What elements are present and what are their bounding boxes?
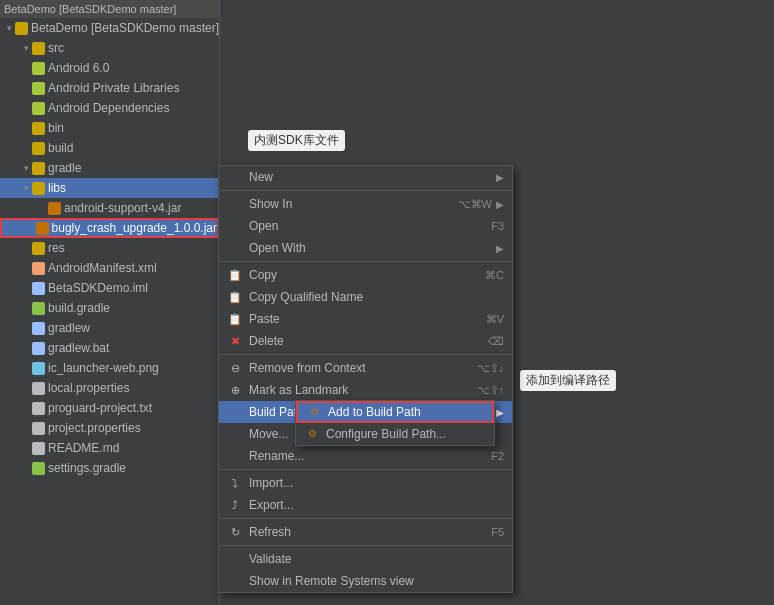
menu-icon-showin [227,196,243,212]
menu-label-paste: Paste [249,312,476,326]
menu-label-open: Open [249,219,481,233]
menu-item-openwith[interactable]: Open With▶ [219,237,512,259]
menu-item-validate[interactable]: Validate [219,548,512,570]
menu-item-showinremote[interactable]: Show in Remote Systems view [219,570,512,592]
menu-icon-copyqualified: 📋 [227,289,243,305]
tree-item-gradlew[interactable]: gradlew [0,318,219,338]
menu-icon-export: ⤴ [227,497,243,513]
menu-shortcut-removefromcontext: ⌥⇧↓ [477,362,505,375]
tree-item-betademo[interactable]: ▾BetaDemo [BetaSDKDemo master] [0,18,219,38]
tree-item-build[interactable]: build [0,138,219,158]
menu-icon-openwith [227,240,243,256]
tree-label-localprops: local.properties [48,381,129,395]
tree-icon-betademo [15,22,28,35]
menu-icon-validate [227,551,243,567]
tree-icon-bin [32,122,45,135]
menu-label-openwith: Open With [249,241,492,255]
menu-item-copy[interactable]: 📋Copy⌘C [219,264,512,286]
tree-icon-res [32,242,45,255]
menu-icon-paste: 📋 [227,311,243,327]
tree-icon-gradle [32,162,45,175]
menu-item-refresh[interactable]: ↻RefreshF5 [219,521,512,543]
tree-item-projectprops[interactable]: project.properties [0,418,219,438]
menu-arrow-openwith: ▶ [496,243,504,254]
tree-item-gradle[interactable]: ▾gradle [0,158,219,178]
tree-label-projectprops: project.properties [48,421,141,435]
menu-separator-sep4 [219,469,512,470]
submenu-item-configurebuildpath[interactable]: ⚙Configure Build Path... [296,423,494,445]
tree-item-iclauncher[interactable]: ic_launcher-web.png [0,358,219,378]
menu-icon-delete: ✖ [227,333,243,349]
menu-item-copyqualified[interactable]: 📋Copy Qualified Name [219,286,512,308]
menu-icon-showinremote [227,573,243,589]
tree-item-readme[interactable]: README.md [0,438,219,458]
tree-icon-androidmanifest [32,262,45,275]
menu-item-paste[interactable]: 📋Paste⌘V [219,308,512,330]
title-bar: BetaDemo [BetaSDKDemo master] [0,0,220,18]
tree-label-src: src [48,41,64,55]
menu-arrow-buildpath: ▶ [496,407,504,418]
menu-shortcut-paste: ⌘V [486,313,504,326]
menu-item-new[interactable]: New▶ [219,166,512,188]
menu-separator-sep5 [219,518,512,519]
tree-icon-androidsupport [48,202,61,215]
tree-label-buglyjar: bugly_crash_upgrade_1.0.0.jar [52,221,217,235]
tree-item-res[interactable]: res [0,238,219,258]
menu-item-markaslandmark[interactable]: ⊕Mark as Landmark⌥⇧↑ [219,379,512,401]
tree-item-androiddeps[interactable]: Android Dependencies [0,98,219,118]
menu-label-showinremote: Show in Remote Systems view [249,574,504,588]
tree-item-betasdkdemo[interactable]: BetaSDKDemo.iml [0,278,219,298]
menu-item-export[interactable]: ⤴Export... [219,494,512,516]
menu-icon-open [227,218,243,234]
tree-item-android6[interactable]: Android 6.0 [0,58,219,78]
menu-separator-sep6 [219,545,512,546]
menu-shortcut-rename: F2 [491,450,504,462]
tree-icon-buildgradle [32,302,45,315]
tree-icon-proguard [32,402,45,415]
tree-icon-projectprops [32,422,45,435]
tree-item-proguard[interactable]: proguard-project.txt [0,398,219,418]
tree-label-proguard: proguard-project.txt [48,401,152,415]
tree-item-androidsupport[interactable]: android-support-v4.jar [0,198,219,218]
tree-arrow-src[interactable]: ▾ [20,43,32,53]
submenu-icon-addtobuildpath: ⚙ [306,404,322,420]
tree-label-gradlew: gradlew [48,321,90,335]
tree-arrow-gradle[interactable]: ▾ [20,163,32,173]
menu-label-validate: Validate [249,552,504,566]
menu-item-import[interactable]: ⤵Import... [219,472,512,494]
menu-item-showin[interactable]: Show In⌥⌘W▶ [219,193,512,215]
tree-icon-iclauncher [32,362,45,375]
menu-item-open[interactable]: OpenF3 [219,215,512,237]
tree-label-android6: Android 6.0 [48,61,109,75]
submenu-icon-configurebuildpath: ⚙ [304,426,320,442]
tree-item-buildgradle[interactable]: build.gradle [0,298,219,318]
sdk-annotation: 内测SDK库文件 [248,130,345,151]
tree-item-buglyjar[interactable]: bugly_crash_upgrade_1.0.0.jar [0,218,219,238]
tree-arrow-betademo[interactable]: ▾ [4,23,15,33]
menu-shortcut-delete: ⌫ [488,335,504,348]
tree-item-gradlewbat[interactable]: gradlew.bat [0,338,219,358]
menu-shortcut-markaslandmark: ⌥⇧↑ [477,384,505,397]
menu-label-markaslandmark: Mark as Landmark [249,383,467,397]
submenu-item-addtobuildpath[interactable]: ⚙Add to Build Path [296,401,494,423]
menu-item-rename[interactable]: Rename...F2 [219,445,512,467]
menu-label-refresh: Refresh [249,525,481,539]
tree-item-libs[interactable]: ▾libs [0,178,219,198]
tree-item-localprops[interactable]: local.properties [0,378,219,398]
tree-item-bin[interactable]: bin [0,118,219,138]
tree-item-androidmanifest[interactable]: AndroidManifest.xml [0,258,219,278]
menu-label-copyqualified: Copy Qualified Name [249,290,504,304]
tree-arrow-libs[interactable]: ▾ [20,183,32,193]
menu-shortcut-showin: ⌥⌘W [458,198,492,211]
tree-label-readme: README.md [48,441,119,455]
tree-item-src[interactable]: ▾src [0,38,219,58]
menu-label-export: Export... [249,498,504,512]
menu-separator-sep2 [219,261,512,262]
menu-item-removefromcontext[interactable]: ⊖Remove from Context⌥⇧↓ [219,357,512,379]
tree-item-androidprivate[interactable]: Android Private Libraries [0,78,219,98]
menu-separator-sep1 [219,190,512,191]
menu-shortcut-copy: ⌘C [485,269,504,282]
menu-item-delete[interactable]: ✖Delete⌫ [219,330,512,352]
tree-item-settingsgradle[interactable]: settings.gradle [0,458,219,478]
tree-label-gradle: gradle [48,161,81,175]
